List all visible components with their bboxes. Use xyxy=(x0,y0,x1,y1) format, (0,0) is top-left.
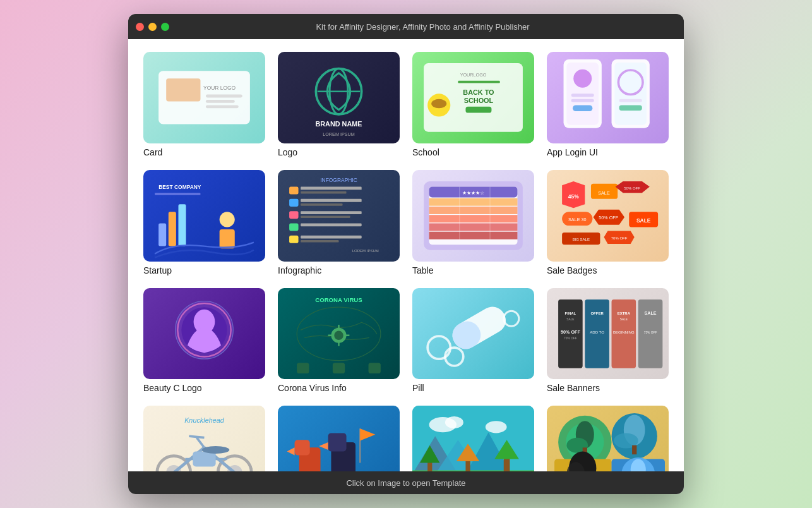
svg-text:SCHOOL: SCHOOL xyxy=(464,97,494,104)
template-grid: YOUR LOGO Card BRAND NAME xyxy=(143,52,669,471)
svg-text:70% OFF: 70% OFF xyxy=(611,236,628,240)
item-infographic[interactable]: INFOGRAPHIC xyxy=(278,170,400,275)
svg-point-127 xyxy=(202,446,229,454)
svg-text:ADD TO: ADD TO xyxy=(590,330,604,334)
item-table[interactable]: ★★★★☆ Table xyxy=(412,170,534,275)
svg-text:YOUR LOGO: YOUR LOGO xyxy=(203,85,236,91)
thumbnail-card[interactable]: YOUR LOGO xyxy=(143,52,265,143)
label-salebanners: Sale Banners xyxy=(547,383,669,393)
svg-text:BEST COMPANY: BEST COMPANY xyxy=(158,184,201,190)
svg-text:SALE: SALE xyxy=(598,190,610,195)
label-logo: Logo xyxy=(278,147,400,157)
svg-rect-44 xyxy=(289,211,298,219)
svg-text:50% OFF: 50% OFF xyxy=(599,215,618,221)
svg-rect-151 xyxy=(504,457,510,471)
label-table: Table xyxy=(412,265,534,275)
main-window: Kit for Affinity Designer, Affinity Phot… xyxy=(128,14,684,494)
item-startup[interactable]: BEST COMPANY Startup xyxy=(143,170,265,275)
svg-point-32 xyxy=(220,212,235,227)
svg-rect-50 xyxy=(301,235,362,238)
thumbnail-motorbike[interactable]: Knucklehead xyxy=(143,406,265,471)
svg-text:LOREM IPSUM: LOREM IPSUM xyxy=(352,249,379,253)
svg-rect-46 xyxy=(301,215,350,218)
svg-rect-33 xyxy=(220,229,235,248)
maximize-button[interactable] xyxy=(161,23,169,31)
label-salebadges: Sale Badges xyxy=(547,265,669,275)
label-card: Card xyxy=(143,147,265,157)
item-motorbike[interactable]: Knucklehead xyxy=(143,406,265,471)
svg-text:50% OFF: 50% OFF xyxy=(561,329,580,335)
close-button[interactable] xyxy=(136,23,144,31)
svg-text:45%: 45% xyxy=(568,193,579,199)
item-gamebirds[interactable]: Game Characters - Birds xyxy=(278,406,400,471)
svg-text:SALE: SALE xyxy=(566,317,574,320)
svg-marker-136 xyxy=(319,442,328,450)
thumbnail-gamescene[interactable] xyxy=(412,406,534,471)
svg-rect-130 xyxy=(295,440,310,456)
svg-rect-49 xyxy=(289,235,298,243)
thumbnail-salebanners[interactable]: FINAL SALE 50% OFF 70% OFF OFFER ADD TO … xyxy=(547,288,669,380)
svg-rect-57 xyxy=(429,198,518,205)
statusbar-text: Click on Image to open Template xyxy=(346,478,465,488)
thumbnail-startup[interactable]: BEST COMPANY xyxy=(143,170,265,262)
svg-text:70% OFF: 70% OFF xyxy=(564,336,577,339)
svg-rect-36 xyxy=(178,204,186,246)
svg-rect-60 xyxy=(429,223,518,231)
item-salebanners[interactable]: FINAL SALE 50% OFF 70% OFF OFFER ADD TO … xyxy=(547,288,669,394)
thumbnail-applogin[interactable] xyxy=(547,52,669,143)
minimize-button[interactable] xyxy=(148,23,157,31)
thumbnail-infographic[interactable]: INFOGRAPHIC xyxy=(278,170,400,262)
svg-rect-22 xyxy=(571,94,594,97)
item-salebadges[interactable]: 45% SALE 50% OFF SALE 30 50% OFF SALE xyxy=(547,170,669,275)
item-applogin[interactable]: App Login UI xyxy=(547,52,669,157)
svg-text:EXTRA: EXTRA xyxy=(618,311,631,315)
thumbnail-beautylogo[interactable] xyxy=(143,288,265,380)
svg-text:SALE: SALE xyxy=(644,310,656,316)
svg-text:75% OFF: 75% OFF xyxy=(644,331,657,334)
thumbnail-abstract[interactable] xyxy=(547,406,669,471)
svg-rect-16 xyxy=(465,107,491,113)
svg-rect-5 xyxy=(206,105,239,108)
svg-text:BEGINNING: BEGINNING xyxy=(613,330,635,334)
svg-text:INFOGRAPHIC: INFOGRAPHIC xyxy=(320,177,357,183)
thumbnail-salebadges[interactable]: 45% SALE 50% OFF SALE 30 50% OFF SALE xyxy=(547,170,669,262)
thumbnail-pill[interactable] xyxy=(412,288,534,380)
thumbnail-corona[interactable]: CORONA VIRUS xyxy=(278,288,400,380)
label-school: School xyxy=(412,147,534,157)
item-card[interactable]: YOUR LOGO Card xyxy=(143,52,265,157)
svg-rect-61 xyxy=(429,231,518,239)
traffic-lights xyxy=(136,23,169,31)
svg-rect-45 xyxy=(301,211,362,214)
svg-rect-40 xyxy=(301,191,346,194)
svg-rect-48 xyxy=(301,223,362,226)
svg-point-143 xyxy=(445,416,463,428)
svg-rect-3 xyxy=(206,95,242,98)
label-applogin: App Login UI xyxy=(547,147,669,157)
item-corona[interactable]: CORONA VIRUS xyxy=(278,288,400,394)
svg-point-88 xyxy=(334,330,343,339)
thumbnail-table[interactable]: ★★★★☆ xyxy=(412,170,534,262)
svg-point-98 xyxy=(427,336,450,358)
item-pill[interactable]: Pill xyxy=(412,288,534,394)
svg-rect-95 xyxy=(369,363,381,373)
label-infographic: Infographic xyxy=(278,265,400,275)
item-beautylogo[interactable]: Beauty C Logo xyxy=(143,288,265,394)
svg-rect-41 xyxy=(289,199,298,207)
item-school[interactable]: YOURLOGO BACK TO SCHOOL School xyxy=(412,52,534,157)
svg-point-21 xyxy=(573,70,592,88)
svg-rect-4 xyxy=(206,100,235,103)
thumbnail-logo[interactable]: BRAND NAME LOREM IPSUM xyxy=(278,52,400,143)
svg-rect-38 xyxy=(289,186,298,194)
thumbnail-school[interactable]: YOURLOGO BACK TO SCHOOL xyxy=(412,52,534,143)
svg-rect-39 xyxy=(301,186,362,190)
item-logo[interactable]: BRAND NAME LOREM IPSUM Logo xyxy=(278,52,400,157)
svg-rect-135 xyxy=(328,433,347,452)
svg-text:50% OFF: 50% OFF xyxy=(624,186,640,190)
label-corona: Corona Virus Info xyxy=(278,383,400,393)
label-startup: Startup xyxy=(143,265,265,275)
item-abstract[interactable]: Abstract Shapes - Signs xyxy=(547,406,669,471)
svg-marker-140 xyxy=(360,428,375,440)
thumbnail-gamebirds[interactable] xyxy=(278,406,400,471)
item-gamescene[interactable]: Game Scene xyxy=(412,406,534,471)
svg-rect-42 xyxy=(301,199,362,202)
